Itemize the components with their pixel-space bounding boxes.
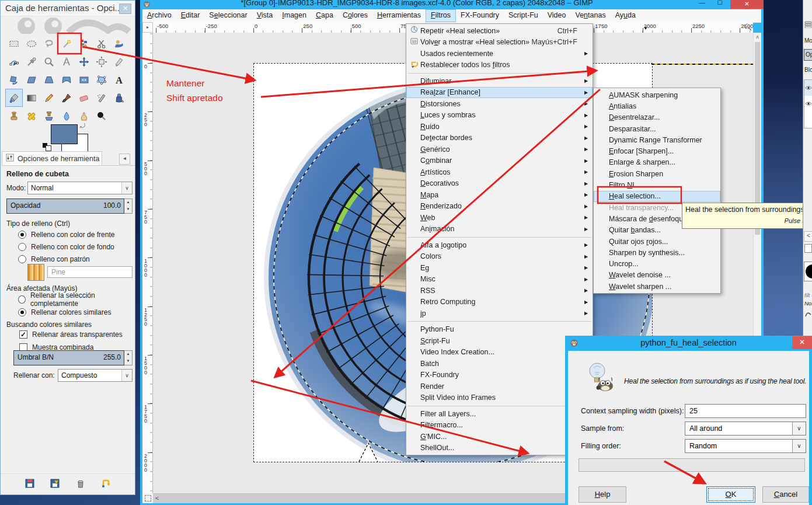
menu-capa[interactable]: Capa bbox=[311, 9, 338, 22]
menu-item-luces-y-sombras[interactable]: Luces y sombras▶ bbox=[406, 110, 593, 121]
tool-bucket-fill-icon[interactable] bbox=[5, 89, 23, 107]
toolbox-close-icon[interactable]: ✕ bbox=[119, 4, 131, 14]
menu-editar[interactable]: Editar bbox=[176, 9, 205, 22]
layer-opacity-slider[interactable]: Op bbox=[804, 49, 812, 61]
menu-item-quitar-ojos-rojos[interactable]: Quitar ojos rojos... bbox=[594, 236, 720, 247]
menu-item-sharpen-by-synthesis[interactable]: Sharpen by synthesis... bbox=[594, 247, 720, 258]
menu-item-distorsiones[interactable]: Distorsiones▶ bbox=[406, 98, 593, 110]
menu-item-enfocar-sharpen[interactable]: Enfocar [Sharpen]... bbox=[594, 145, 720, 156]
menu-video[interactable]: Video bbox=[543, 9, 571, 22]
fill-with-dropdown[interactable]: Compuesto ∨ bbox=[58, 369, 133, 382]
quick-mask-button[interactable] bbox=[142, 493, 153, 503]
scroll-up-icon[interactable]: ᴧ bbox=[754, 34, 761, 40]
close-icon[interactable]: ✕ bbox=[730, 0, 764, 9]
tool-heal-icon[interactable] bbox=[23, 107, 40, 125]
tool-flip-icon[interactable] bbox=[75, 71, 93, 89]
tool-rotate-icon[interactable] bbox=[5, 71, 23, 89]
dialog-close-icon[interactable]: ✕ bbox=[792, 336, 812, 349]
tool-zoom-icon[interactable] bbox=[40, 53, 58, 71]
menu-item-erosion-sharpen[interactable]: Erosion Sharpen bbox=[594, 168, 720, 179]
toolbox-titlebar[interactable]: Caja de herramientas - Opci... ✕ bbox=[1, 1, 135, 16]
tool-move-icon[interactable] bbox=[75, 53, 93, 71]
layers-list[interactable] bbox=[804, 79, 812, 128]
tool-ink-icon[interactable] bbox=[110, 89, 128, 107]
opacity-spinner[interactable]: ▲▼ bbox=[124, 198, 133, 214]
tool-eraser-icon[interactable] bbox=[75, 89, 93, 107]
layer-row[interactable] bbox=[804, 80, 812, 96]
menu-item-repetir-heal-selection[interactable]: Repetir «Heal selection»Ctrl+F bbox=[406, 25, 593, 37]
opacity-slider[interactable]: Opacidad 100.0 ▲▼ bbox=[6, 198, 133, 214]
menu-item-dynamic-range-transformer[interactable]: Dynamic Range Transformer bbox=[594, 134, 720, 145]
menu-item-usados-recientemente[interactable]: Usados recientemente▶ bbox=[406, 48, 593, 60]
menu-item-gen-rico[interactable]: Genérico▶ bbox=[406, 144, 593, 155]
menu-item-python-fu[interactable]: Python-Fu bbox=[406, 324, 593, 336]
menu-item-alfa-a-logotipo[interactable]: Alfa a logotipo▶ bbox=[406, 239, 593, 251]
swap-colors-icon[interactable]: ⤾ bbox=[80, 122, 85, 130]
tool-rect-select-icon[interactable] bbox=[5, 34, 23, 53]
tool-color-picker-icon[interactable] bbox=[23, 53, 40, 71]
brush-filter-field[interactable]: filt bbox=[804, 292, 810, 298]
menu-item-desparasitar[interactable]: Desparasitar... bbox=[594, 123, 720, 134]
menu-item-mapa[interactable]: Mapa▶ bbox=[406, 189, 593, 201]
menu-item-combinar[interactable]: Combinar▶ bbox=[406, 155, 593, 167]
menu-item-retro-computing[interactable]: Retro Computing▶ bbox=[406, 297, 593, 308]
new-item-icon[interactable] bbox=[804, 244, 812, 253]
menu-item-rss[interactable]: RSS▶ bbox=[406, 285, 593, 297]
tool-foreground-select-icon[interactable] bbox=[110, 34, 128, 53]
menu-item-uncrop[interactable]: Uncrop... bbox=[594, 258, 720, 269]
tool-airbrush-icon[interactable] bbox=[93, 89, 110, 107]
radio-relleno-con-color-de-frente[interactable]: Relleno con color de frente bbox=[18, 230, 114, 239]
menu-item-heal-selection[interactable]: Heal selection... bbox=[594, 191, 720, 202]
foreground-color-swatch[interactable] bbox=[51, 124, 78, 144]
radio-relleno-con-patr-n[interactable]: Relleno con patrón bbox=[18, 255, 90, 264]
scroll-left-icon[interactable]: < bbox=[155, 494, 159, 501]
menu-herramientas[interactable]: Herramientas bbox=[372, 9, 426, 22]
checkbox-rellenar-reas-transparentes[interactable]: ✓Rellenar áreas transparentes bbox=[19, 330, 123, 339]
pattern-thumbnail[interactable] bbox=[27, 264, 44, 281]
menu-item-desentrelazar[interactable]: Desentrelazar... bbox=[594, 112, 720, 123]
ok-button[interactable]: OK bbox=[706, 486, 755, 503]
history-back-button[interactable]: < bbox=[804, 231, 812, 242]
menu-colores[interactable]: Colores bbox=[338, 9, 372, 22]
menu-item-volver-a-mostrar-heal-selection[interactable]: 10Volver a mostrar «Heal selection»Mayús… bbox=[406, 37, 593, 48]
radio-rellenar-la-selecci-n-completamente[interactable]: Rellenar la selección completamente bbox=[18, 295, 135, 304]
tool-select-by-color-icon[interactable] bbox=[75, 34, 93, 53]
menu-ventanas[interactable]: Ventanas bbox=[570, 9, 610, 22]
menu-item-antialias[interactable]: Antialias bbox=[594, 100, 720, 112]
menu-item-restablecer-todos-los-filtros[interactable]: Restablecer todos los filtros bbox=[406, 60, 593, 71]
radio-relleno-con-color-de-fondo[interactable]: Relleno con color de fondo bbox=[18, 242, 114, 252]
menu-item-animaci-n[interactable]: Animación▶ bbox=[406, 224, 593, 235]
select-filling-order[interactable]: Random∨ bbox=[685, 439, 806, 453]
menu-item-eg[interactable]: Eg▶ bbox=[406, 262, 593, 274]
brush-preview[interactable] bbox=[804, 262, 812, 281]
tool-text-icon[interactable]: A bbox=[110, 71, 128, 89]
menu-seleccionar[interactable]: Seleccionar bbox=[204, 9, 252, 22]
restore-options-icon[interactable] bbox=[50, 478, 60, 491]
menu-item-ruido[interactable]: Ruido▶ bbox=[406, 121, 593, 133]
menu-item-colors[interactable]: Colors▶ bbox=[406, 251, 593, 263]
threshold-slider[interactable]: Umbral B/N 255.0 ▲▼ bbox=[13, 350, 133, 365]
tool-crop-icon[interactable] bbox=[110, 53, 128, 71]
threshold-spinner[interactable]: ▲▼ bbox=[124, 350, 133, 365]
menu-item-enlarge-sharpen[interactable]: Enlarge & sharpen... bbox=[594, 157, 720, 168]
tool-measure-icon[interactable] bbox=[58, 53, 75, 71]
menu-item-detectar-bordes[interactable]: Detectar bordes▶ bbox=[406, 133, 593, 144]
mode-dropdown[interactable]: Normal ∨ bbox=[27, 182, 133, 194]
menu-item-decorativos[interactable]: Decorativos▶ bbox=[406, 178, 593, 190]
zoom-follow-icon[interactable] bbox=[744, 23, 752, 33]
cancel-button[interactable]: Cancel bbox=[762, 486, 809, 503]
minimize-icon[interactable]: — bbox=[699, 0, 705, 6]
menu-script-fu[interactable]: Script-Fu bbox=[504, 9, 543, 22]
menu-item-renderizado[interactable]: Renderizado▶ bbox=[406, 201, 593, 213]
dialog-titlebar[interactable]: python_fu_heal_selection ✕ bbox=[565, 336, 812, 351]
menu-fx-foundry[interactable]: FX-Foundry bbox=[456, 9, 504, 22]
menu-item-art-sticos[interactable]: Artísticos▶ bbox=[406, 166, 593, 178]
delete-options-icon[interactable] bbox=[75, 478, 86, 491]
menu-ayuda[interactable]: Ayuda bbox=[611, 9, 640, 22]
tool-paths-icon[interactable] bbox=[5, 53, 23, 71]
reset-options-icon[interactable] bbox=[100, 478, 111, 491]
menu-archivo[interactable]: Archivo bbox=[142, 9, 176, 22]
menu-item-jp[interactable]: jp▶ bbox=[406, 308, 593, 319]
radio-rellenar-colores-similares[interactable]: Rellenar colores similares bbox=[18, 308, 111, 317]
save-options-icon[interactable] bbox=[25, 478, 35, 491]
